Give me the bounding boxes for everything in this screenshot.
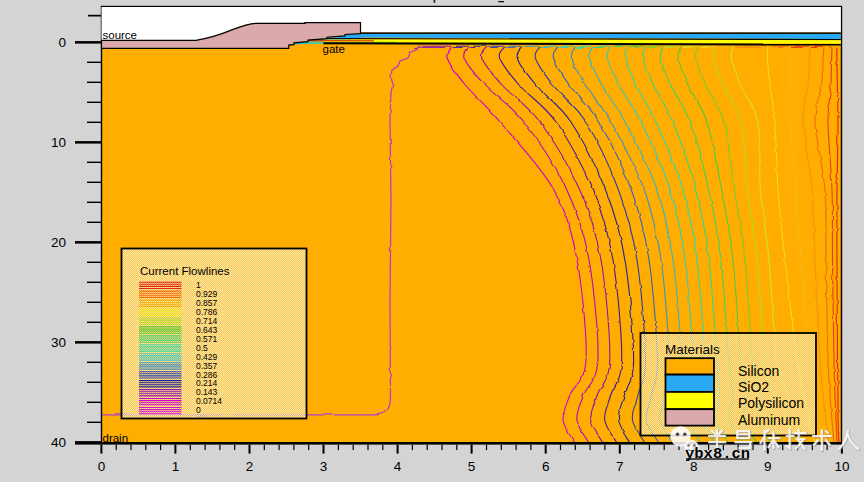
svg-text:0: 0 <box>196 405 201 415</box>
svg-text:3: 3 <box>320 459 328 474</box>
svg-text:SiO2: SiO2 <box>738 379 769 395</box>
svg-text:9: 9 <box>764 459 772 474</box>
svg-text:30: 30 <box>51 335 66 350</box>
svg-text:5: 5 <box>468 459 476 474</box>
svg-text:1: 1 <box>172 459 180 474</box>
svg-text:Polysilicon: Polysilicon <box>738 395 804 411</box>
svg-text:0: 0 <box>98 459 106 474</box>
svg-text:Aluminum: Aluminum <box>738 412 800 428</box>
svg-text:0: 0 <box>58 35 66 50</box>
svg-text:40: 40 <box>51 435 66 450</box>
svg-text:4: 4 <box>394 459 402 474</box>
svg-text:20: 20 <box>51 235 66 250</box>
svg-text:10: 10 <box>51 135 66 150</box>
svg-text:source: source <box>103 29 138 41</box>
svg-text:ybx8.cn: ybx8.cn <box>685 445 750 463</box>
svg-text:Materials: Materials <box>665 342 720 357</box>
svg-text:6: 6 <box>542 459 550 474</box>
svg-text:gate: gate <box>323 43 345 55</box>
svg-text:2: 2 <box>246 459 254 474</box>
svg-text:Silicon: Silicon <box>738 363 779 379</box>
svg-text:10: 10 <box>834 459 849 474</box>
svg-text:Current Flowlines: Current Flowlines <box>140 265 230 277</box>
svg-text:7: 7 <box>616 459 624 474</box>
